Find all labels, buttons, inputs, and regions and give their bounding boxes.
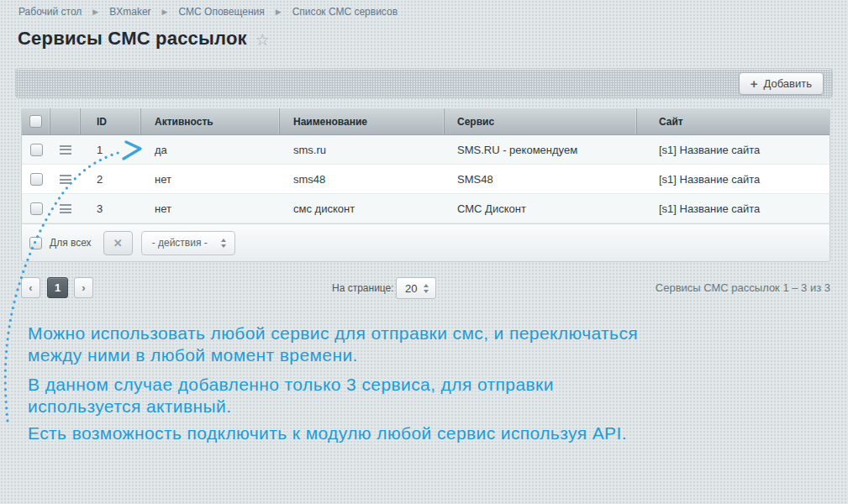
cell-active: нет — [141, 165, 280, 193]
cell-site: [s1] Название сайта — [637, 165, 830, 193]
row-checkbox[interactable] — [30, 144, 43, 156]
cell-service: SMS48 — [445, 165, 637, 193]
plus-icon: + — [751, 77, 758, 90]
row-checkbox[interactable] — [30, 173, 43, 186]
spinner-icon — [221, 239, 226, 248]
breadcrumb-item-desktop[interactable]: Рабочий стол — [18, 6, 82, 18]
actions-select-value: - действия - — [152, 237, 208, 249]
for-all-checkbox[interactable] — [29, 237, 42, 249]
breadcrumb-item-sms-notify[interactable]: СМС Оповещения — [179, 6, 265, 18]
cell-id: 3 — [81, 194, 141, 223]
column-header-active[interactable]: Активность — [141, 108, 280, 134]
table-row[interactable]: 2 нет sms48 SMS48 [s1] Название сайта — [22, 165, 830, 194]
cell-service: SMS.RU - рекомендуем — [445, 135, 637, 164]
for-all-label: Для всех — [50, 237, 92, 249]
select-all-cell — [22, 108, 50, 134]
row-menu-icon[interactable] — [60, 204, 71, 213]
pagination-bar: ‹ 1 › На странице: 20 Сервисы СМС рассыл… — [21, 277, 830, 301]
column-header-menu — [50, 108, 81, 134]
select-all-checkbox[interactable] — [29, 115, 42, 128]
table-footer: Для всех ✕ - действия - — [22, 223, 830, 261]
actions-select[interactable]: - действия - — [141, 231, 235, 255]
cell-id: 1 — [81, 135, 141, 164]
cell-name: sms.ru — [280, 135, 445, 164]
per-page-select[interactable]: 20 — [396, 277, 436, 299]
cell-site: [s1] Название сайта — [637, 194, 830, 223]
sms-services-table: ID Активность Наименование Сервис Сайт 1… — [21, 108, 830, 262]
current-page-button[interactable]: 1 — [47, 277, 68, 298]
annotation-text-3: Есть возможность подключить к модулю люб… — [28, 423, 759, 444]
deselect-button[interactable]: ✕ — [103, 231, 133, 255]
title-row: Сервисы СМС рассылок ☆ — [18, 28, 270, 50]
add-button[interactable]: + Добавить — [739, 72, 824, 95]
column-header-name[interactable]: Наименование — [280, 108, 445, 134]
table-header-row: ID Активность Наименование Сервис Сайт — [22, 108, 830, 135]
chevron-right-icon: › — [82, 281, 85, 294]
add-button-label: Добавить — [764, 77, 812, 90]
per-page-label: На странице: — [332, 282, 394, 294]
favorite-star-icon[interactable]: ☆ — [255, 29, 270, 48]
pagination-summary: Сервисы СМС рассылок 1 – 3 из 3 — [656, 281, 830, 294]
column-header-service[interactable]: Сервис — [445, 108, 637, 134]
page-title: Сервисы СМС рассылок — [18, 28, 247, 50]
cell-site: [s1] Название сайта — [637, 135, 830, 164]
chevron-left-icon: ‹ — [29, 281, 32, 294]
annotation-text-1: Можно использовать любой сервис для отпр… — [28, 323, 759, 366]
cell-service: СМС Дисконт — [445, 194, 637, 223]
cell-name: смс дисконт — [280, 194, 445, 223]
breadcrumb: Рабочий стол ▶ BXmaker ▶ СМС Оповещения … — [18, 6, 398, 18]
close-icon: ✕ — [113, 237, 123, 249]
cell-id: 2 — [81, 165, 141, 193]
chevron-right-icon: ▶ — [92, 8, 98, 16]
chevron-right-icon: ▶ — [276, 8, 282, 16]
row-menu-icon[interactable] — [60, 145, 71, 155]
per-page-value: 20 — [405, 282, 417, 295]
table-row[interactable]: 1 да sms.ru SMS.RU - рекомендуем [s1] На… — [22, 135, 830, 165]
cell-active: да — [141, 135, 280, 164]
annotation-text-2: В данном случае добавленно только 3 серв… — [28, 374, 759, 417]
breadcrumb-item-sms-services[interactable]: Список СМС сервисов — [292, 6, 398, 18]
bitrix-admin-page: Рабочий стол ▶ BXmaker ▶ СМС Оповещения … — [0, 0, 848, 504]
spinner-icon — [424, 284, 429, 293]
column-header-id[interactable]: ID — [81, 108, 141, 134]
breadcrumb-item-bxmaker[interactable]: BXmaker — [109, 6, 150, 18]
prev-page-button[interactable]: ‹ — [21, 277, 40, 298]
annotation-block: Можно использовать любой сервис для отпр… — [28, 323, 759, 452]
toolbar: + Добавить — [15, 68, 833, 98]
next-page-button[interactable]: › — [74, 277, 93, 298]
chevron-right-icon: ▶ — [162, 8, 168, 16]
column-header-site[interactable]: Сайт — [637, 108, 830, 134]
table-row[interactable]: 3 нет смс дисконт СМС Дисконт [s1] Назва… — [22, 194, 830, 223]
cell-active: нет — [141, 194, 280, 223]
cell-name: sms48 — [280, 165, 445, 193]
row-checkbox[interactable] — [30, 202, 43, 215]
row-menu-icon[interactable] — [60, 175, 71, 184]
